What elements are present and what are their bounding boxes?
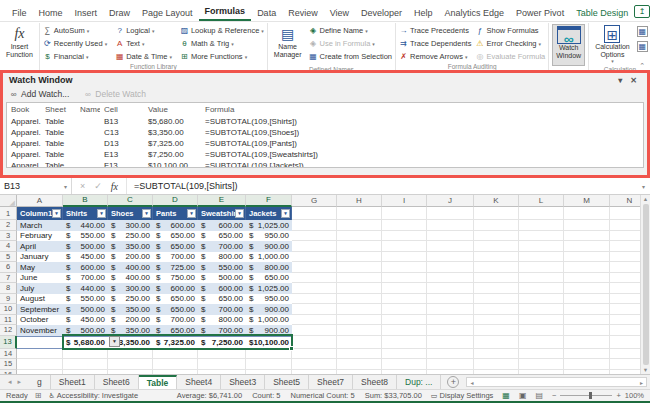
normal-view-icon[interactable]: ▦ — [502, 391, 510, 401]
cell-k13[interactable] — [474, 336, 519, 349]
cell-k2[interactable] — [474, 220, 519, 231]
cell-i10[interactable] — [382, 304, 427, 315]
tab-formulas[interactable]: Formulas — [199, 2, 252, 21]
cell-f8[interactable]: $1,025.00 — [246, 283, 292, 294]
button-recently-used[interactable]: ⟳Recently Used▾ — [43, 37, 107, 50]
button-remove-arrows[interactable]: ✗Remove Arrows▾ — [399, 50, 471, 63]
calculate-sheet-icon[interactable]: ▦ — [637, 41, 648, 52]
cell-k12[interactable] — [474, 325, 519, 336]
zoom-in-icon[interactable]: + — [616, 391, 620, 400]
cell-a4[interactable]: April — [17, 241, 63, 252]
cell-e10[interactable]: $700.00 — [198, 304, 246, 315]
button-create-from-selection[interactable]: ▦Create from Selection — [308, 50, 392, 63]
tab-file[interactable]: File — [6, 4, 33, 21]
cell-f5[interactable]: $1,000.00 — [246, 252, 292, 263]
formula-bar-input[interactable]: =SUBTOTAL(109,[Shirts]) — [127, 181, 237, 191]
cell-d9[interactable]: $650.00 — [153, 294, 198, 305]
cell-k11[interactable] — [474, 315, 519, 326]
cell-c8[interactable]: $300.00 — [108, 283, 153, 294]
cell-m13[interactable] — [564, 336, 610, 349]
button-use-in-formula[interactable]: ◈Use in Formula▾ — [308, 37, 392, 50]
sheet-tab-sheet4[interactable]: Sheet4 — [177, 375, 221, 389]
cell-k15[interactable] — [474, 359, 519, 370]
cell-i7[interactable] — [382, 273, 427, 284]
watch-row[interactable]: Apparel...TableD13$7,325.00=SUBTOTAL(109… — [7, 138, 643, 149]
zoom-slider-handle[interactable] — [589, 392, 592, 399]
cell-d13[interactable]: $7,325.00 — [153, 336, 198, 349]
filter-button-icon[interactable]: ▾ — [281, 209, 290, 218]
cell-l4[interactable] — [519, 241, 564, 252]
cell-f4[interactable]: $900.00 — [246, 241, 292, 252]
sheet-tab-sheet8[interactable]: Sheet8 — [353, 375, 397, 389]
select-all-button[interactable] — [0, 195, 17, 207]
cell-b14[interactable] — [63, 349, 108, 360]
page-layout-view-icon[interactable]: ▣ — [519, 391, 527, 401]
cell-i3[interactable] — [382, 231, 427, 242]
cell-h8[interactable] — [337, 283, 382, 294]
cell-d4[interactable]: $650.00 — [153, 241, 198, 252]
filter-button-icon[interactable]: ▾ — [52, 209, 61, 218]
button-lookup-reference[interactable]: ▨Lookup & Reference▾ — [180, 24, 264, 37]
cell-m8[interactable] — [564, 283, 610, 294]
cell-h6[interactable] — [337, 262, 382, 273]
cell-m11[interactable] — [564, 315, 610, 326]
cell-g8[interactable] — [292, 283, 337, 294]
cell-e13[interactable]: $7,250.00 — [198, 336, 246, 349]
cell-d15[interactable] — [153, 359, 198, 370]
cell-a11[interactable]: October — [17, 315, 63, 326]
cell-c12[interactable]: $350.00 — [108, 325, 153, 336]
cell-h3[interactable] — [337, 231, 382, 242]
tab-developer[interactable]: Developer — [355, 4, 408, 21]
cell-g6[interactable] — [292, 262, 337, 273]
cell-f7[interactable]: $650.00 — [246, 273, 292, 284]
expand-formula-bar-icon[interactable]: ▾ — [642, 183, 650, 190]
column-header-h[interactable]: H — [337, 195, 382, 207]
cell-h12[interactable] — [337, 325, 382, 336]
watch-window-button[interactable]: ∞ Watch Window — [552, 24, 585, 66]
button-error-checking[interactable]: ⚠Error Checking▾ — [475, 37, 545, 50]
row-header-4[interactable]: 4 — [0, 241, 17, 252]
tab-help[interactable]: Help — [408, 4, 439, 21]
cell-g9[interactable] — [292, 294, 337, 305]
filter-button-icon[interactable]: ▾ — [97, 209, 106, 218]
cell-d3[interactable]: $650.00 — [153, 231, 198, 242]
column-header-f[interactable]: F — [246, 195, 292, 207]
cell-b15[interactable] — [63, 359, 108, 370]
cell-m3[interactable] — [564, 231, 610, 242]
calculate-now-icon[interactable]: ▦ — [637, 26, 648, 37]
cell-f10[interactable]: $900.00 — [246, 304, 292, 315]
cell-a3[interactable]: February — [17, 231, 63, 242]
cell-a5[interactable]: January — [17, 252, 63, 263]
cell-e3[interactable]: $650.00 — [198, 231, 246, 242]
cell-g14[interactable] — [292, 349, 337, 360]
cell-l8[interactable] — [519, 283, 564, 294]
cell-m15[interactable] — [564, 359, 610, 370]
hscroll-left-icon[interactable]: ◂ — [467, 379, 476, 386]
cell-h11[interactable] — [337, 315, 382, 326]
cell-h10[interactable] — [337, 304, 382, 315]
tab-review[interactable]: Review — [282, 4, 324, 21]
scroll-down-icon[interactable]: ▼ — [643, 367, 648, 373]
cell-j11[interactable] — [427, 315, 474, 326]
cell-l3[interactable] — [519, 231, 564, 242]
cell-j6[interactable] — [427, 262, 474, 273]
tab-data[interactable]: Data — [251, 4, 282, 21]
cell-a12[interactable]: November — [17, 325, 63, 336]
cell-f12[interactable]: $900.00 — [246, 325, 292, 336]
tab-table-design[interactable]: Table Design — [570, 4, 634, 21]
cell-b9[interactable]: $550.00 — [63, 294, 108, 305]
cell-j5[interactable] — [427, 252, 474, 263]
watch-row[interactable]: Apparel...TableB13$5,680.00=SUBTOTAL(109… — [7, 116, 643, 127]
cell-e7[interactable]: $500.00 — [198, 273, 246, 284]
tab-insert[interactable]: Insert — [69, 4, 104, 21]
cell-a7[interactable]: June — [17, 273, 63, 284]
collapse-ribbon-icon[interactable]: ⌃ — [639, 62, 645, 70]
cell-g7[interactable] — [292, 273, 337, 284]
insert-function-fx-icon[interactable]: fx — [111, 181, 118, 192]
cell-i14[interactable] — [382, 349, 427, 360]
cell-f6[interactable]: $800.00 — [246, 262, 292, 273]
cell-i11[interactable] — [382, 315, 427, 326]
enter-icon[interactable]: ✓ — [94, 181, 102, 191]
cell-e8[interactable]: $600.00 — [198, 283, 246, 294]
cell-m12[interactable] — [564, 325, 610, 336]
